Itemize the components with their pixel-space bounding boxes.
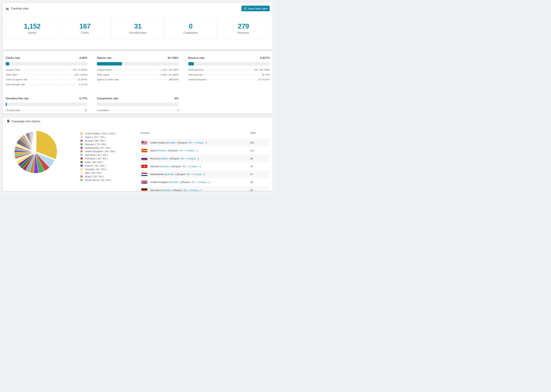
export-all-link[interactable]: All › [182,165,187,168]
legend-item: India ( 46 / 3% ) [80,160,116,164]
rate-row: Hard bounces 242 / 86.738% [188,68,270,73]
country-name: Germany [150,189,161,191]
rate-row: Unique clicks 167 / 4.456% [6,68,87,73]
export-unique-link[interactable]: Unique › [198,181,208,183]
rate-block: Complaints rate 0% Complaints 0 [97,97,178,114]
legend-swatch [80,136,83,139]
country-cell: Netherlands [Details ›] [Export: All › /… [150,173,205,176]
rate-progress-track [97,103,178,106]
country-name: United Kingdom [150,181,169,183]
export-all-link[interactable]: All › [181,157,185,160]
rate-row-value: 0 [177,109,179,112]
stat-label: Bounces [238,31,249,35]
details-link[interactable]: Details › [160,157,170,160]
rate-row-label: Soft bounces [188,73,203,76]
legend-label: India ( 46 / 3% ) [85,161,103,163]
rate-row-label: Click through rate [6,83,25,86]
country-cell: Vietnam [Details ›] [Export: All › / Uni… [150,165,200,168]
dotted-leader [19,75,72,75]
summary-stat-cell: 167 Clicks [59,17,112,40]
table-row: United States [Details ›] [Export: All ›… [137,139,269,147]
legend-label: Netherlands ( 67 / 4% ) [85,147,111,149]
details-link[interactable]: Details › [161,165,171,168]
details-link[interactable]: Details › [162,189,172,191]
legend-swatch [80,143,83,146]
legend-item: Romania ( 49 / 3% ) [80,157,116,160]
rate-row-value: 4.147% [79,83,87,86]
geo-table-body: United States [Details ›] [Export: All ›… [137,139,269,191]
export-all-link[interactable]: All › [179,149,184,152]
legend-swatch [80,168,83,171]
dotted-leader [111,75,159,75]
page: Tracking stats Export basic stats 1,152 … [0,0,276,196]
details-link[interactable]: Details › [158,149,168,152]
rate-title: Clicks rate [6,56,20,60]
details-link[interactable]: Details › [170,181,180,183]
legend-item: Brazil ( 33 / 2% ) [80,175,116,178]
legend-label: France ( 42 / 2% ) [85,164,106,167]
total-cell: 67 [250,173,253,176]
details-link[interactable]: Details › [166,173,176,176]
export-all-link[interactable]: All › [188,141,193,144]
rate-row-value: 167 / 4.456% [73,68,87,71]
rate-value: 4.46% [79,56,87,60]
stat-label: Complaints [183,31,198,35]
geo-header: Campaign Geo Opens [3,118,273,125]
legend-item: Russia ( 86 / 5% ) [80,139,116,142]
export-basic-stats-button[interactable]: Export basic stats [241,6,270,11]
rate-row: Total opens 2,303 / 61.446% [97,73,178,78]
export-prefix: [Export: [172,165,182,168]
rate-row-label: Complaints [97,109,109,112]
total-cell: 541 [250,141,254,144]
legend-swatch [80,171,83,174]
export-all-link[interactable]: All › [187,173,191,176]
export-unique-link[interactable]: Unique › [195,141,205,144]
country-cell: Spain [Details ›] [Export: All › / Uniqu… [150,149,198,152]
legend-item: United Kingdom ( 59 / 3% ) [80,149,116,153]
country-name: United States [150,141,166,144]
rate-title: Opens rate [97,56,112,60]
country-flag-icon [141,149,147,152]
export-unique-link[interactable]: Unique › [186,149,196,152]
rate-rows: Unique clicks 167 / 4.456% Total clicks … [6,68,87,88]
country-name: Spain [150,149,157,152]
rate-rows: Unique opens 1,152 / 30.736% Total opens… [97,68,178,83]
export-unique-link[interactable]: Unique › [187,157,198,160]
rate-row-value: 1,152 / 30.736% [161,68,179,71]
rate-block: Opens rate 30.736% Unique opens 1,152 / … [97,56,178,88]
rate-title: Complaints rate [97,97,118,100]
legend-label: Canada ( 40 / 2% ) [85,168,106,171]
rate-block: Unsubscribe rate 0.77% Unsubscribes 31 [6,97,87,114]
rate-title: Unsubscribe rate [6,97,29,100]
total-cell: 86 [250,157,253,160]
rate-row-value: 242 / 86.738% [254,68,270,71]
legend-label: Vietnam ( 79 / 5% ) [85,143,107,146]
export-unique-link[interactable]: Unique › [189,165,199,168]
summary-stat-cell: 0 Complaints [164,17,217,40]
country-name: Netherlands [150,173,164,176]
legend-item: Vietnam ( 79 / 5% ) [80,142,116,146]
country-flag-icon [141,165,147,168]
country-flag-icon [141,157,147,160]
export-unique-link[interactable]: Unique › [190,189,200,191]
export-all-link[interactable]: All › [191,181,196,183]
geo-pie-chart [10,127,61,178]
details-link[interactable]: Details › [168,141,177,144]
legend-label: Brazil ( 33 / 2% ) [85,175,104,178]
country-cell: United Kingdom [Details ›] [Export: All … [150,181,210,184]
rate-row: Click through rate 4.147% [6,83,87,88]
rate-row-label: Total clicks [6,73,18,76]
country-flag-icon [141,189,147,191]
rate-row: Opens to clicks rate 689.82% [97,78,178,83]
rate-row-label: Hard bounces [188,68,204,71]
rate-row-label: Clicks to opens rate [6,78,27,81]
stat-value: 0 [189,22,192,30]
export-unique-link[interactable]: Unique › [194,173,204,176]
summary-stat-cell: 279 Bounces [217,17,270,40]
rate-title: Bounce rate [188,56,205,60]
dotted-leader [208,79,256,80]
legend-item: France ( 42 / 2% ) [80,164,116,168]
country-flag-icon [141,141,147,144]
table-row: United Kingdom [Details ›] [Export: All … [137,178,269,186]
export-all-link[interactable]: All › [184,189,188,191]
